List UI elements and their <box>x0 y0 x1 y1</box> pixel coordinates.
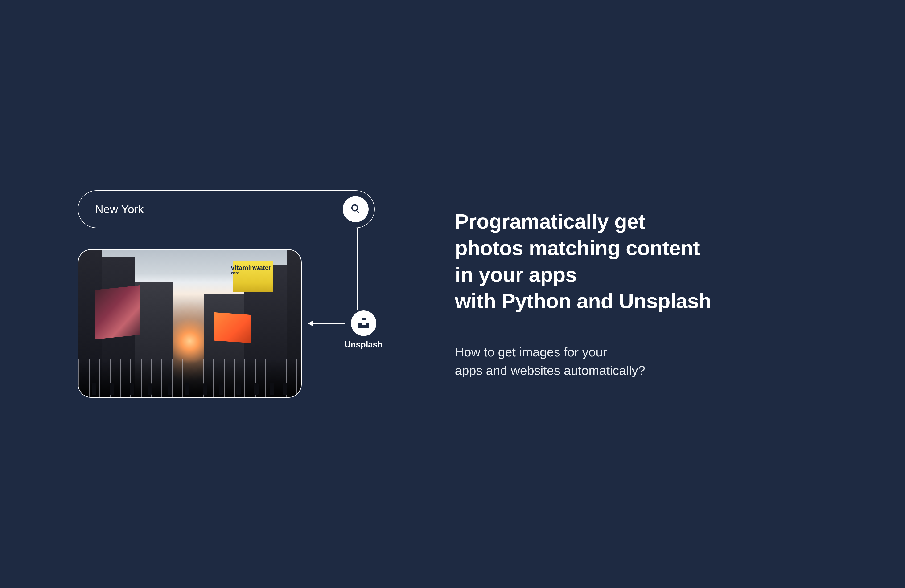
hero-heading: Programatically get photos matching cont… <box>455 208 827 314</box>
search-demo-panel: New York vitaminwaterzero <box>78 190 398 398</box>
unsplash-label: Unsplash <box>345 340 383 350</box>
search-icon <box>350 203 361 215</box>
search-query-text: New York <box>95 203 144 216</box>
result-image-card: vitaminwaterzero <box>78 249 302 398</box>
billboard-text: vitaminwaterzero <box>231 265 271 275</box>
text-panel: Programatically get photos matching cont… <box>455 208 827 379</box>
search-button[interactable] <box>343 196 368 222</box>
unsplash-logo-circle <box>351 311 376 336</box>
hero-subheading: How to get images for your apps and webs… <box>455 343 827 380</box>
connector-arrow-left <box>308 323 345 324</box>
city-photo-placeholder: vitaminwaterzero <box>78 250 301 397</box>
unsplash-icon <box>359 318 369 328</box>
hero-banner: New York vitaminwaterzero <box>0 0 905 588</box>
search-bar[interactable]: New York <box>78 190 375 228</box>
unsplash-node: Unsplash <box>345 311 383 350</box>
connector-line-vertical <box>357 228 358 311</box>
